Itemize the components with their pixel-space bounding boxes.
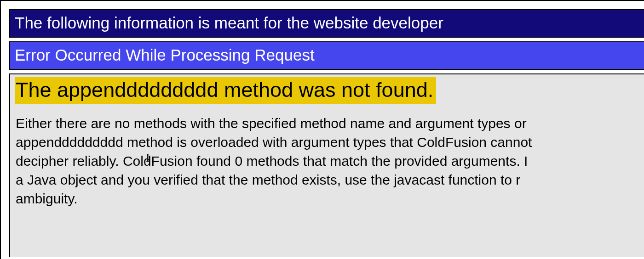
error-description-line: Either there are no methods with the spe… [16,114,639,133]
error-headline: The appenddddddddd method was not found. [15,77,436,104]
error-description-line: a Java object and you verified that the … [16,170,639,189]
error-description-line: appenddddddddd method is overloaded with… [16,133,639,152]
error-description-line: decipher reliably. ColdFusion found 0 me… [16,152,639,170]
error-description: Either there are no methods with the spe… [15,114,639,208]
error-content-panel: The appenddddddddd method was not found.… [9,73,644,257]
error-description-line: ambiguity. [16,189,639,208]
developer-info-banner: The following information is meant for t… [9,9,644,38]
error-title-banner: Error Occurred While Processing Request [9,41,644,70]
error-page-frame: The following information is meant for t… [0,0,644,259]
text-cursor-icon: I [146,151,150,165]
